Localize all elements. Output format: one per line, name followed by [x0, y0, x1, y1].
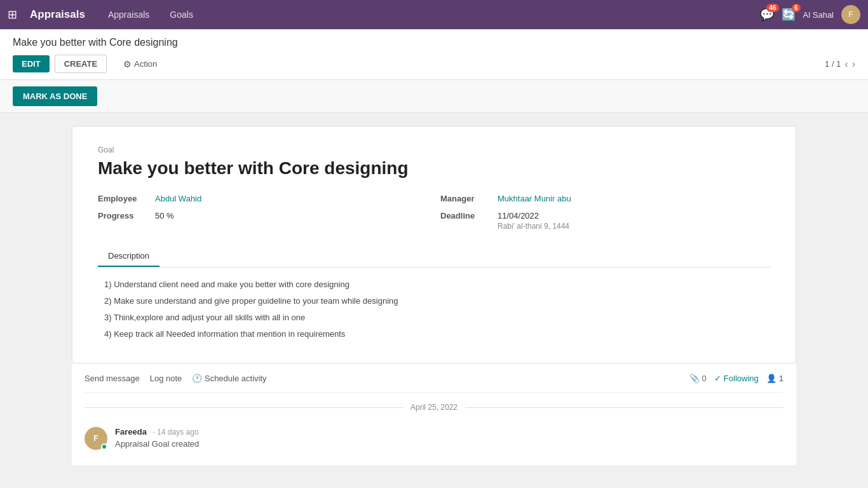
deadline-row: Deadline 11/04/2022 Rabi' al-thani 9, 14…	[440, 211, 770, 231]
message-body: Fareeda · 14 days ago Appraisal Goal cre…	[115, 427, 783, 450]
message-meta: Fareeda · 14 days ago	[115, 427, 783, 437]
avatar[interactable]: F	[841, 5, 860, 24]
progress-row: Progress 50 %	[98, 211, 428, 220]
next-page-button[interactable]: ›	[852, 58, 855, 70]
user-name: Al Sahal	[803, 10, 834, 20]
timeline-line-left	[85, 407, 403, 408]
employee-value[interactable]: Abdul Wahid	[155, 194, 201, 203]
followers-count: 1	[779, 374, 783, 383]
schedule-activity-label: Schedule activity	[205, 374, 267, 383]
create-button[interactable]: CREATE	[55, 55, 107, 73]
message-item: F Fareeda · 14 days ago Appraisal Goal c…	[85, 422, 783, 455]
timeline-line-right	[465, 407, 783, 408]
progress-label: Progress	[98, 211, 149, 220]
desc-item-4: 4) Keep track all Needed information tha…	[104, 327, 764, 341]
top-navigation: ⊞ Appraisals Appraisals Goals 💬 46 🔄 6 A…	[0, 0, 868, 29]
timeline-divider: April 25, 2022	[85, 403, 783, 412]
app-title: Appraisals	[30, 8, 85, 21]
message-text: Appraisal Goal created	[115, 439, 783, 449]
mark-as-done-button[interactable]: MARK AS DONE	[13, 86, 97, 106]
tabs: Description	[98, 246, 770, 268]
fields-left: Employee Abdul Wahid Progress 50 %	[98, 194, 428, 231]
action-button[interactable]: ⚙ Action	[117, 55, 163, 73]
following-button[interactable]: ✓ Following	[714, 374, 759, 383]
toolbar: EDIT CREATE ⚙ Action 1 / 1 ‹ ›	[13, 55, 855, 79]
deadline-date: 11/04/2022	[498, 211, 569, 220]
manager-value[interactable]: Mukhtaar Munir abu	[498, 194, 571, 203]
prev-page-button[interactable]: ‹	[844, 58, 848, 70]
deadline-label: Deadline	[440, 211, 491, 220]
page-title: Make you better with Core designing	[13, 37, 855, 48]
description-content: 1) Understand client need and make you b…	[98, 278, 770, 341]
chat-notification-btn[interactable]: 💬 46	[760, 8, 774, 22]
chat-badge: 46	[766, 4, 778, 12]
deadline-hijri: Rabi' al-thani 9, 1444	[498, 222, 569, 231]
fields-grid: Employee Abdul Wahid Progress 50 % Manag…	[98, 194, 770, 231]
refresh-notification-btn[interactable]: 🔄 6	[782, 8, 796, 22]
message-avatar: F	[85, 427, 107, 450]
action-bar: MARK AS DONE	[0, 80, 868, 113]
desc-item-3: 3) Think,explore and adjust your all ski…	[104, 311, 764, 325]
page-header: Make you better with Core designing EDIT…	[0, 29, 868, 80]
pagination: 1 / 1 ‹ ›	[825, 58, 855, 70]
goal-card: Goal Make you better with Core designing…	[72, 126, 796, 363]
topnav-right: 💬 46 🔄 6 Al Sahal F	[760, 5, 860, 24]
log-note-button[interactable]: Log note	[150, 374, 182, 383]
chatter-right: 📎 0 ✓ Following 👤 1	[689, 374, 783, 383]
clips-button[interactable]: 📎 0	[689, 374, 707, 383]
person-icon: 👤	[766, 374, 776, 383]
following-label: Following	[724, 374, 759, 383]
pagination-text: 1 / 1	[825, 59, 841, 69]
checkmark-icon: ✓	[714, 374, 721, 383]
goal-title: Make you better with Core designing	[98, 158, 770, 179]
edit-button[interactable]: EDIT	[13, 55, 50, 72]
manager-row: Manager Mukhtaar Munir abu	[440, 194, 770, 203]
employee-label: Employee	[98, 194, 149, 203]
schedule-activity-button[interactable]: 🕐 Schedule activity	[192, 374, 266, 383]
clock-icon: 🕐	[192, 374, 202, 383]
desc-item-1: 1) Understand client need and make you b…	[104, 278, 764, 292]
employee-row: Employee Abdul Wahid	[98, 194, 428, 203]
fields-right: Manager Mukhtaar Munir abu Deadline 11/0…	[440, 194, 770, 231]
nav-goals[interactable]: Goals	[165, 7, 198, 22]
message-time: · 14 days ago	[153, 428, 199, 437]
grid-icon[interactable]: ⊞	[8, 8, 17, 22]
main-content: Goal Make you better with Core designing…	[0, 113, 868, 478]
followers-button[interactable]: 👤 1	[766, 374, 783, 383]
online-indicator	[101, 444, 107, 450]
goal-section-label: Goal	[98, 146, 770, 154]
avatar-letter: F	[93, 434, 98, 443]
progress-value: 50 %	[155, 211, 174, 220]
nav-appraisals[interactable]: Appraisals	[103, 7, 154, 22]
tab-description[interactable]: Description	[98, 246, 159, 267]
gear-icon: ⚙	[123, 59, 132, 69]
paperclip-icon: 📎	[689, 374, 700, 383]
clips-count: 0	[702, 374, 707, 383]
deadline-value: 11/04/2022 Rabi' al-thani 9, 1444	[498, 211, 569, 231]
refresh-badge: 6	[792, 4, 801, 12]
chatter-actions: Send message Log note 🕐 Schedule activit…	[85, 374, 783, 393]
chatter: Send message Log note 🕐 Schedule activit…	[72, 363, 796, 465]
timeline-date: April 25, 2022	[410, 403, 458, 412]
manager-label: Manager	[440, 194, 491, 203]
desc-item-2: 2) Make sure understand and give proper …	[104, 294, 764, 308]
action-label: Action	[134, 59, 157, 69]
send-message-button[interactable]: Send message	[85, 374, 140, 383]
avatar-initials: F	[848, 10, 853, 19]
message-author: Fareeda	[115, 427, 147, 437]
